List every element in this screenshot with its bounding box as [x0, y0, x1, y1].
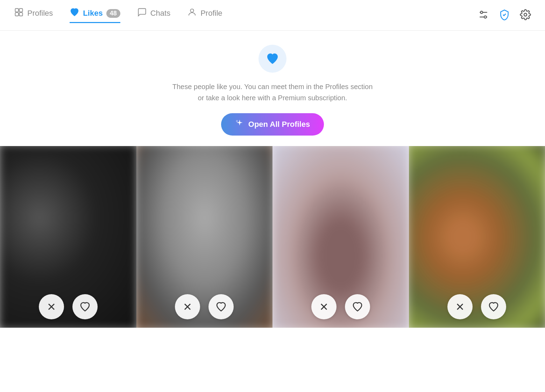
open-profiles-label: Open All Profiles [248, 120, 310, 129]
likes-label: Likes [83, 9, 102, 18]
navbar: Profiles Likes 48 Chats [0, 0, 545, 31]
nav-item-chats[interactable]: Chats [137, 7, 170, 23]
chats-icon [137, 7, 147, 19]
card-actions-3 [272, 294, 409, 319]
dislike-button-4[interactable] [447, 294, 473, 319]
heart-icon [266, 52, 279, 66]
like-button-1[interactable] [72, 294, 98, 319]
svg-rect-3 [19, 13, 22, 16]
profiles-icon [14, 7, 24, 19]
likes-badge: 48 [106, 9, 120, 18]
svg-point-9 [524, 13, 527, 16]
hero-description-line2: or take a look here with a Premium subsc… [172, 92, 373, 103]
open-all-profiles-button[interactable]: Open All Profiles [221, 113, 324, 136]
profile-icon [187, 7, 197, 19]
profile-label: Profile [200, 9, 222, 18]
card-actions-4 [409, 294, 545, 319]
settings-button[interactable] [520, 9, 531, 22]
nav-item-profile[interactable]: Profile [187, 7, 222, 23]
svg-rect-2 [15, 13, 19, 16]
dislike-button-1[interactable] [39, 294, 64, 319]
heart-circle [259, 45, 286, 73]
profile-card-4 [409, 146, 545, 328]
nav-actions [478, 9, 531, 22]
profile-card-3 [272, 146, 409, 328]
profiles-label: Profiles [27, 9, 53, 18]
svg-point-8 [484, 16, 487, 18]
dislike-button-2[interactable] [175, 294, 200, 319]
filter-button[interactable] [478, 9, 489, 22]
nav-item-profiles[interactable]: Profiles [14, 7, 53, 23]
profile-cards [0, 146, 545, 328]
nav-items: Profiles Likes 48 Chats [14, 7, 478, 23]
card-actions-1 [0, 294, 136, 319]
shield-button[interactable] [499, 9, 510, 22]
dislike-button-3[interactable] [311, 294, 337, 319]
profile-card-1 [0, 146, 136, 328]
hero-description: These people like you. You can meet them… [172, 81, 373, 103]
sparkle-icon [235, 119, 244, 130]
profile-card-2 [136, 146, 273, 328]
card-actions-2 [136, 294, 273, 319]
hero-section: These people like you. You can meet them… [0, 31, 545, 146]
like-button-2[interactable] [208, 294, 234, 319]
like-button-4[interactable] [481, 294, 506, 319]
likes-icon [70, 7, 79, 19]
svg-point-4 [190, 9, 193, 12]
like-button-3[interactable] [345, 294, 370, 319]
chats-label: Chats [150, 9, 170, 18]
svg-rect-0 [15, 9, 19, 12]
nav-item-likes[interactable]: Likes 48 [70, 7, 120, 23]
svg-rect-1 [19, 9, 22, 12]
hero-description-line1: These people like you. You can meet them… [172, 81, 373, 92]
svg-point-7 [480, 11, 483, 14]
